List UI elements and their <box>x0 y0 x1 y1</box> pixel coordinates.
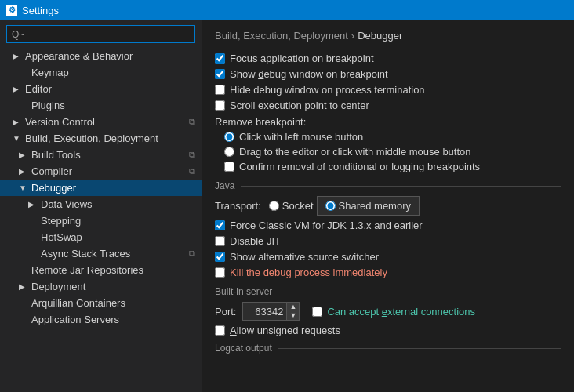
arrow-icon: ▶ <box>13 118 22 126</box>
port-input-wrap: ▲ ▼ <box>242 302 300 321</box>
arrow-icon: ▼ <box>19 183 28 192</box>
copy-icon: ⧉ <box>189 150 195 160</box>
sidebar-item-build-tools[interactable]: ▶ Build Tools ⧉ <box>0 147 202 163</box>
scroll-exec-label: Scroll execution point to center <box>230 100 369 111</box>
sidebar-item-label: Compiler <box>31 165 72 177</box>
hide-debug-checkbox[interactable] <box>215 85 225 95</box>
built-in-server-label: Built-in server <box>215 286 561 297</box>
title-bar-label: Settings <box>22 5 59 16</box>
port-down-button[interactable]: ▼ <box>287 311 299 320</box>
sidebar-item-label: Remote Jar Repositories <box>31 264 144 276</box>
confirm-removal-checkbox[interactable] <box>224 162 234 172</box>
shared-memory-label: Shared memory <box>339 200 411 212</box>
sidebar-item-remote-jar[interactable]: Remote Jar Repositories <box>0 262 202 278</box>
hide-debug-row: Hide debug window on process termination <box>215 84 561 96</box>
copy-icon: ⧉ <box>189 117 195 127</box>
force-classic-row: Force Classic VM for JDK 1.3.x and earli… <box>215 220 561 231</box>
show-debug-checkbox[interactable] <box>215 69 225 79</box>
click-left-radio[interactable] <box>224 132 234 142</box>
arrow-icon: ▶ <box>19 151 28 159</box>
sidebar-item-app-servers[interactable]: Application Servers <box>0 311 202 328</box>
sidebar-item-compiler[interactable]: ▶ Compiler ⧉ <box>0 163 202 180</box>
focus-app-checkbox[interactable] <box>215 53 225 64</box>
breadcrumb: Build, Execution, Deployment › Debugger <box>215 30 561 42</box>
breadcrumb-path: Build, Execution, Deployment <box>215 30 348 42</box>
show-debug-row: Show debug window on breakpoint <box>215 68 561 80</box>
search-box-container[interactable]: Q~ <box>6 25 195 43</box>
sidebar-item-label: Deployment <box>31 281 85 292</box>
disable-jit-checkbox[interactable] <box>215 236 225 246</box>
sidebar-item-stepping[interactable]: Stepping <box>0 212 202 229</box>
sidebar-item-label: Build, Execution, Deployment <box>25 132 158 144</box>
sidebar-item-build-execution[interactable]: ▼ Build, Execution, Deployment <box>0 130 202 147</box>
port-input[interactable] <box>243 304 286 319</box>
arrow-icon: ▼ <box>13 134 22 143</box>
settings-icon: ⚙ <box>6 5 17 16</box>
sidebar-item-debugger[interactable]: ▼ Debugger <box>0 180 202 196</box>
arrow-icon: ▶ <box>19 167 28 176</box>
port-label: Port: <box>215 306 236 318</box>
focus-app-row: Focus application on breakpoint <box>215 53 561 64</box>
sidebar-item-label: Debugger <box>31 182 76 194</box>
show-alt-source-label: Show alternative source switcher <box>230 251 379 263</box>
shared-memory-box: Shared memory <box>317 196 420 216</box>
remove-breakpoint-label: Remove breakpoint: <box>215 116 561 128</box>
sidebar-item-keymap[interactable]: Keymap <box>0 64 202 81</box>
sidebar-item-plugins[interactable]: Plugins <box>0 97 202 114</box>
sidebar-item-data-views[interactable]: ▶ Data Views <box>0 196 202 212</box>
allow-unsigned-row: Allow unsigned requests <box>215 325 561 336</box>
transport-label: Transport: <box>215 200 261 212</box>
sidebar-item-deployment[interactable]: ▶ Deployment <box>0 278 202 295</box>
sidebar-item-label: Keymap <box>31 67 69 78</box>
sidebar-item-label: Arquillian Containers <box>31 297 125 309</box>
shared-memory-radio[interactable] <box>325 201 336 211</box>
arrow-icon: ▶ <box>13 85 22 93</box>
arrow-icon: ▶ <box>13 52 22 60</box>
scroll-exec-row: Scroll execution point to center <box>215 100 561 111</box>
socket-label: Socket <box>282 200 314 212</box>
sidebar-item-label: Application Servers <box>31 314 119 325</box>
sidebar-item-label: Async Stack Traces <box>41 248 130 260</box>
title-bar: ⚙ Settings <box>0 0 574 20</box>
drag-editor-row: Drag to the editor or click with middle … <box>224 146 561 158</box>
disable-jit-label: Disable JIT <box>230 235 281 247</box>
port-row: Port: ▲ ▼ Can accept external connection… <box>215 302 561 321</box>
allow-unsigned-label: Allow unsigned requests <box>230 325 340 336</box>
force-classic-checkbox[interactable] <box>215 220 225 230</box>
show-debug-label: Show debug window on breakpoint <box>230 68 388 80</box>
can-accept-label: Can accept external connections <box>327 306 475 318</box>
show-alt-source-checkbox[interactable] <box>215 252 225 262</box>
sidebar-item-label: Stepping <box>41 215 81 227</box>
search-icon: Q~ <box>12 29 24 40</box>
focus-app-label: Focus application on breakpoint <box>230 53 374 64</box>
drag-editor-radio[interactable] <box>224 147 234 157</box>
port-up-button[interactable]: ▲ <box>287 303 299 311</box>
transport-row: Transport: Socket Shared memory <box>215 196 561 216</box>
kill-debug-checkbox[interactable] <box>215 267 225 278</box>
drag-editor-label: Drag to the editor or click with middle … <box>239 146 471 158</box>
breadcrumb-arrow: › <box>351 30 354 42</box>
force-classic-label: Force Classic VM for JDK 1.3.x and earli… <box>230 220 423 231</box>
sidebar-item-hotswap[interactable]: HotSwap <box>0 229 202 245</box>
sidebar-item-version-control[interactable]: ▶ Version Control ⧉ <box>0 114 202 130</box>
copy-icon: ⧉ <box>189 166 195 176</box>
socket-radio[interactable] <box>269 201 279 211</box>
sidebar-item-label: Editor <box>25 83 52 95</box>
can-accept-row: Can accept external connections <box>312 306 475 318</box>
sidebar-item-label: Plugins <box>31 100 65 111</box>
search-input[interactable] <box>27 28 190 40</box>
sidebar-item-arquillian[interactable]: Arquillian Containers <box>0 295 202 311</box>
can-accept-checkbox[interactable] <box>312 307 322 317</box>
copy-icon: ⧉ <box>189 249 195 259</box>
scroll-exec-checkbox[interactable] <box>215 100 225 111</box>
transport-options: Socket Shared memory <box>269 196 420 216</box>
port-spinners: ▲ ▼ <box>286 303 299 320</box>
sidebar-item-editor[interactable]: ▶ Editor <box>0 81 202 97</box>
java-section-label: Java <box>215 180 561 191</box>
arrow-icon: ▶ <box>19 282 28 291</box>
arrow-icon: ▶ <box>28 200 38 209</box>
sidebar-item-appearance[interactable]: ▶ Appearance & Behavior <box>0 48 202 64</box>
allow-unsigned-checkbox[interactable] <box>215 325 225 336</box>
kill-debug-row: Kill the debug process immediately <box>215 267 561 278</box>
sidebar-item-async-stack[interactable]: Async Stack Traces ⧉ <box>0 245 202 262</box>
